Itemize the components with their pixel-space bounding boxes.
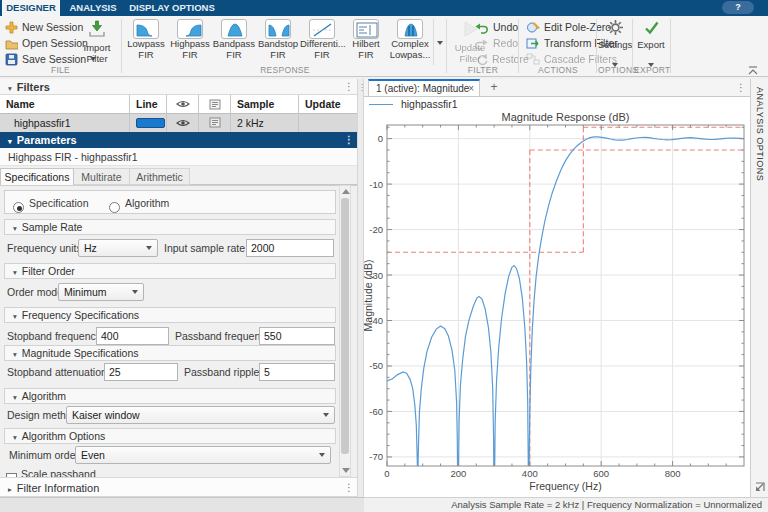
filter-row-legend-toggle[interactable] <box>199 114 231 132</box>
new-figure-tab-button[interactable]: + <box>486 81 502 95</box>
minimize-ribbon-button[interactable] <box>746 62 760 80</box>
section-algorithm[interactable]: ▾Algorithm <box>4 388 336 404</box>
tab-arithmetic[interactable]: Arithmetic <box>130 168 190 185</box>
figure-menu-icon[interactable]: ⋮ <box>736 81 746 95</box>
tab-specifications[interactable]: Specifications <box>0 168 74 185</box>
filters-menu-icon[interactable]: ⋮ <box>344 80 354 94</box>
section-magnitude-specifications[interactable]: ▾Magnitude Specifications <box>4 345 336 361</box>
complex-lowpass-fir-button[interactable]: Complex Lowpas... <box>388 19 432 65</box>
design-method-dropdown[interactable]: Kaiser window <box>66 406 335 424</box>
order-mode-dropdown[interactable]: Minimum <box>58 283 144 301</box>
passband-ripple-field[interactable] <box>259 363 335 381</box>
highpass-fir-button[interactable]: Highpass FIR <box>168 19 212 65</box>
tab-designer[interactable]: DESIGNER <box>2 0 60 16</box>
frequency-units-dropdown[interactable]: Hz <box>78 239 158 257</box>
actions-group-label: ACTIONS <box>520 65 596 75</box>
filter-group-label: FILTER <box>448 65 518 75</box>
svg-text:-60: -60 <box>369 406 383 417</box>
splitter-handle-icon[interactable]: ⋮ <box>358 83 363 92</box>
restore-button[interactable]: Restore <box>474 52 529 66</box>
bandpass-icon <box>222 20 248 40</box>
passband-frequency-field[interactable] <box>259 327 335 345</box>
response-group-label: RESPONSE <box>124 65 446 75</box>
legend-label: highpassfir1 <box>401 98 458 110</box>
close-tab-icon[interactable]: × <box>468 81 474 96</box>
magnitude-response-plot[interactable]: 02004006008000-10-20-30-40-50-60-70Magni… <box>364 112 750 497</box>
specification-radio[interactable] <box>13 197 24 215</box>
legend-icon <box>209 117 221 128</box>
filter-information-menu-icon[interactable]: ⋮ <box>344 481 354 495</box>
lowpass-fir-button[interactable]: Lowpass FIR <box>124 19 168 65</box>
bandpass-fir-button[interactable]: Bandpass FIR <box>212 19 256 65</box>
stopband-frequency-field[interactable] <box>96 327 169 345</box>
ribbon-toolstrip: New Session Open Session Save Session Im… <box>0 16 768 77</box>
filters-panel-header[interactable]: ▾Filters ⋮ <box>0 79 357 95</box>
minimize-ribbon-icon <box>746 65 760 76</box>
tab-multirate[interactable]: Multirate <box>74 168 130 185</box>
scroll-up-icon[interactable] <box>342 189 350 194</box>
filter-designer-app: DESIGNER ANALYSIS DISPLAY OPTIONS ? New … <box>0 0 768 512</box>
lowpass-icon <box>134 20 160 40</box>
stopband-attenuation-field[interactable] <box>104 363 178 381</box>
section-filter-order[interactable]: ▾Filter Order <box>4 263 336 279</box>
tab-display-options[interactable]: DISPLAY OPTIONS <box>126 0 218 16</box>
analysis-options-strip[interactable]: ANALYSIS OPTIONS <box>750 79 768 497</box>
plot-legend: highpassfir1 <box>364 97 750 112</box>
open-session-icon <box>5 37 18 50</box>
hilbert-icon <box>354 20 380 40</box>
input-sample-rate-field[interactable] <box>246 239 334 257</box>
filter-row-line[interactable] <box>130 114 167 132</box>
parameters-collapse-icon[interactable]: ▾ <box>8 137 12 146</box>
undo-button[interactable]: Undo <box>474 20 518 34</box>
svg-text:-50: -50 <box>369 360 383 371</box>
column-header-visible[interactable] <box>167 95 199 114</box>
undo-label: Undo <box>493 21 518 33</box>
bandstop-fir-button[interactable]: Bandstop FIR <box>256 19 300 65</box>
algorithm-radio[interactable] <box>109 197 120 215</box>
column-header-legend[interactable] <box>199 95 231 114</box>
svg-text:800: 800 <box>665 468 681 479</box>
differentiator-fir-button[interactable]: Differenti... FIR <box>300 19 344 65</box>
algorithm-radio-label[interactable]: Algorithm <box>125 194 169 212</box>
parameters-menu-icon[interactable]: ⋮ <box>344 133 354 147</box>
scrollbar-thumb[interactable] <box>341 198 349 454</box>
line-color-swatch[interactable] <box>136 118 165 128</box>
minimum-order-dropdown[interactable]: Even <box>75 446 331 464</box>
specification-radio-label[interactable]: Specification <box>29 194 89 212</box>
tab-analysis[interactable]: ANALYSIS <box>62 0 124 16</box>
export-button[interactable]: Export <box>634 19 668 71</box>
column-header-update-status[interactable]: Update Status <box>299 95 357 114</box>
section-algorithm-options[interactable]: ▾Algorithm Options <box>4 428 336 444</box>
pane-splitter[interactable]: ⋮ <box>357 79 364 497</box>
filter-information-expand-icon[interactable]: ▸ <box>8 485 12 494</box>
redo-button[interactable]: Redo <box>474 36 518 50</box>
help-button[interactable]: ? <box>722 1 754 14</box>
column-header-name[interactable]: Name <box>0 95 130 114</box>
parameters-panel-header[interactable]: ▾Parameters ⋮ <box>0 132 357 148</box>
figure-tab-magnitude[interactable]: 1 (active): Magnitude × <box>368 79 480 97</box>
svg-text:600: 600 <box>593 468 609 479</box>
svg-text:200: 200 <box>450 468 466 479</box>
undo-icon <box>474 21 489 34</box>
svg-text:-10: -10 <box>369 179 383 190</box>
filter-information-title: Filter Information <box>17 482 100 494</box>
filter-information-header[interactable]: ▸Filter Information ⋮ <box>0 477 357 497</box>
bandstop-icon <box>266 20 292 40</box>
settings-button[interactable]: Settings <box>598 19 632 71</box>
section-sample-rate[interactable]: ▾Sample Rate <box>4 219 336 235</box>
response-gallery-expand-button[interactable] <box>433 19 446 65</box>
save-session-icon <box>5 53 18 66</box>
filter-row-visible-toggle[interactable] <box>167 114 199 132</box>
expand-panel-icon[interactable] <box>754 481 766 493</box>
new-session-button[interactable]: New Session <box>5 20 83 34</box>
column-header-line[interactable]: Line <box>130 95 167 114</box>
svg-text:-70: -70 <box>369 451 383 462</box>
scroll-down-icon[interactable] <box>342 468 350 473</box>
section-frequency-specifications[interactable]: ▾Frequency Specifications <box>4 307 336 323</box>
hilbert-fir-button[interactable]: Hilbert FIR <box>344 19 388 65</box>
import-filter-button[interactable]: Import Filter <box>74 19 120 64</box>
parameters-scrollbar[interactable] <box>339 185 351 477</box>
column-header-sample-rate[interactable]: Sample Rate <box>231 95 299 114</box>
filter-row-name[interactable]: highpassfir1 <box>0 114 130 132</box>
filters-collapse-icon[interactable]: ▾ <box>8 84 12 93</box>
